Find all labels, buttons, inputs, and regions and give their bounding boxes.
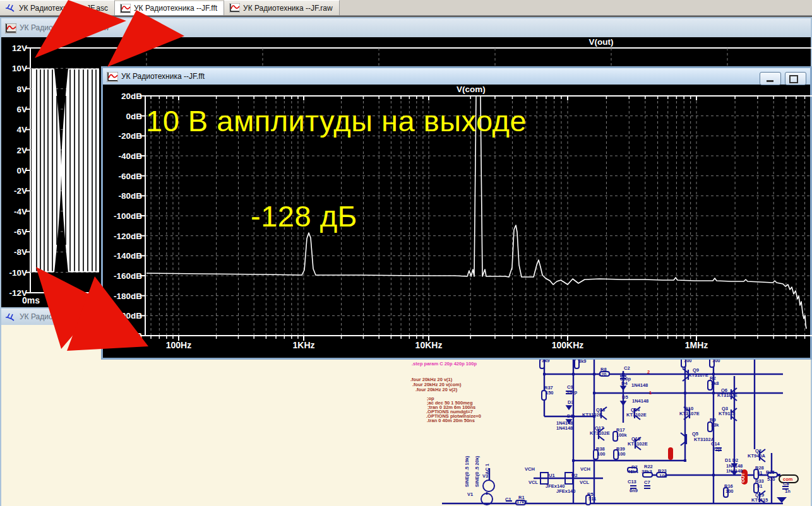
net-label: 2: [647, 369, 650, 375]
schematic-icon: [5, 3, 16, 13]
tab-label: УК Радиотехника --JF.raw: [243, 4, 333, 13]
y-axis-tick-label: -20dB: [118, 131, 142, 141]
maximize-button[interactable]: [785, 72, 806, 85]
component-label: V1: [467, 491, 473, 497]
y-axis-tick-label: -2V: [14, 186, 27, 196]
net-flag-marker: [668, 447, 673, 460]
component-label: 100: [618, 451, 626, 457]
waveform-icon: [5, 23, 16, 33]
y-axis-tick-label: -6V: [14, 227, 27, 237]
component-label: 100: [725, 488, 734, 494]
spice-directive: .tran 0 40m 20m 50ns: [427, 418, 475, 423]
x-axis-tick-label: 10KHz: [415, 340, 443, 350]
spice-directive: .four 20kHz 20 v(2): [415, 387, 458, 392]
waveform-icon: [120, 4, 131, 13]
tab-label: УК Радиотехника --JF.asc: [19, 4, 108, 13]
component-label: 100: [659, 473, 667, 479]
y-axis-tick-label: -80dB: [118, 191, 142, 201]
y-axis-tick-label: 0V: [16, 166, 27, 175]
level-annotation: -128 дБ: [251, 201, 357, 232]
component-label: KT3107E: [717, 392, 737, 398]
waveform-icon: [107, 72, 117, 81]
amplitude-annotation: 10 В амплитуды на выходе: [146, 105, 527, 137]
component-label: D6: [567, 413, 573, 419]
tab-label: УК Радиотехника --JF.fft: [134, 4, 217, 13]
component-label: AC 1: [484, 464, 490, 474]
raw-window-titlebar[interactable]: УК Радиотехника --JF.raw: [1, 18, 811, 37]
component-label: 390p: [566, 389, 578, 395]
component-label: 100k: [616, 432, 628, 438]
window-title: УК Радиотехника --JF.raw: [20, 23, 109, 32]
component-label: D4: [621, 380, 628, 386]
y-axis-tick-label: 2V: [16, 146, 27, 155]
y-axis-tick-label: 6V: [16, 105, 27, 114]
component-label: 1n: [785, 488, 791, 494]
component-label: 6n9: [630, 488, 638, 493]
schematic-icon: [5, 312, 16, 322]
component-label: VCH: [525, 466, 535, 472]
y-axis-tick-label: -160dB: [114, 271, 142, 281]
x-axis-tick-label: 1MHz: [685, 340, 708, 350]
component-label: C1: [505, 497, 511, 502]
component-label: 38k3: [642, 469, 652, 474]
ground-symbol: [777, 497, 787, 503]
component-label: KT9115: [751, 497, 768, 503]
trace-label-vout[interactable]: V(out): [589, 37, 614, 47]
component-label: D5: [622, 394, 628, 400]
y-axis-tick-label: -220dB: [114, 331, 142, 341]
waveform-icon: [229, 3, 240, 13]
component-label: C2: [624, 365, 630, 371]
net-label: com: [783, 476, 793, 482]
y-axis-tick-label: 20dB: [121, 91, 142, 101]
component-label: U1: [549, 473, 555, 478]
y-axis-tick-label: -180dB: [114, 291, 142, 301]
component-label: 100: [597, 451, 606, 457]
maximize-icon: [789, 75, 798, 83]
tab-raw[interactable]: УК Радиотехника --JF.raw: [224, 0, 340, 15]
component-label: 46k4: [628, 469, 639, 474]
component-label: C13: [628, 479, 636, 485]
y-axis-tick-label: -200dB: [114, 311, 142, 321]
y-axis-tick-label: -100dB: [114, 211, 142, 221]
trace-label-vcom[interactable]: V(com): [457, 85, 486, 94]
y-axis-tick-label: 10V: [12, 64, 27, 73]
y-axis-tick-label: 8V: [16, 85, 27, 94]
component-label: KT3102E: [628, 441, 648, 447]
component-label: KT9115: [719, 411, 735, 416]
y-axis-tick-label: -40dB: [118, 151, 142, 161]
fft-window-titlebar[interactable]: УК Радиотехника --JF.fft: [103, 68, 810, 85]
y-axis-tick-label: 12V: [12, 44, 27, 53]
window-title: УК Радиотехника --JF.fft: [121, 72, 205, 81]
component-label: U2: [571, 473, 578, 478]
component-label: 1N4148: [632, 398, 648, 404]
minimize-icon: [767, 80, 773, 82]
component-label: 120: [599, 372, 607, 377]
component-label: KT3107E: [679, 411, 700, 416]
component-label: VCL: [580, 480, 589, 485]
component-label: Q5: [692, 431, 698, 437]
component-label: 510: [767, 476, 775, 482]
component-label: KT3107E: [688, 372, 708, 378]
component-label: 150: [546, 390, 554, 396]
tab-schematic[interactable]: УК Радиотехника --JF.asc: [0, 0, 115, 15]
component-label: SINE(0 .5 19k): [464, 456, 470, 487]
component-label: VCH: [580, 466, 590, 472]
component-label: 17k5: [516, 499, 527, 505]
component-label: R25: [766, 469, 775, 475]
net-label: OUT: [740, 473, 746, 483]
y-axis-tick-label: 0dB: [126, 112, 142, 121]
component-label: 1k8: [711, 380, 719, 386]
component-label: 1N4148: [556, 425, 573, 431]
component-label: D3: [568, 399, 574, 405]
minimize-button[interactable]: [760, 72, 781, 85]
component-label: C7: [644, 480, 650, 485]
component-label: KT940A: [748, 453, 766, 459]
y-axis-tick-label: -4V: [14, 207, 27, 216]
y-axis-tick-label: -10V: [9, 268, 27, 278]
tab-bar: УК Радиотехника --JF.asc УК Радиотехника…: [0, 0, 812, 16]
component-label: 51: [757, 483, 762, 489]
component-label: KT3102E: [590, 430, 610, 436]
component-label: 33k: [711, 422, 719, 428]
tab-fft[interactable]: УК Радиотехника --JF.fft: [115, 0, 224, 15]
component-label: D1 D2: [725, 457, 738, 463]
